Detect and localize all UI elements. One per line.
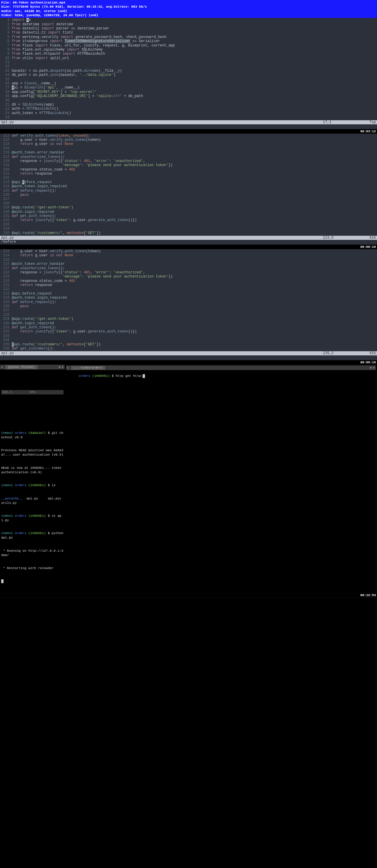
terminal-left-tabbar: ✕ python (Python) ⚙ ≡ — [0, 365, 65, 370]
terminal-split: ✕ python (Python) ⚙ ≡ 331,1 95% (venv) o… — [0, 365, 377, 593]
vim-status-pos: 331,1 — [2, 390, 12, 394]
status-file: api.py — [1, 120, 323, 124]
media-info-video: Video: h264, yuv420p, 1280x720, 24.00 fp… — [1, 13, 376, 17]
statusbar-3: api.py 235,2 61% — [0, 351, 377, 355]
media-info-size: Size: 77273040 bytes (73.69 MiB), durati… — [1, 5, 376, 9]
timestamp-2: 00:06:16 — [0, 245, 377, 249]
status-pct: 61% — [358, 236, 376, 240]
prompt-cmd: $ http get http: — [110, 374, 143, 378]
media-info-file: File: 08-Token Authentication.mp4 — [1, 1, 376, 5]
editor-pane-2[interactable]: 212def verify_auth_token(token, unused):… — [0, 134, 377, 236]
status-pos: 223,6 — [323, 236, 358, 240]
terminal-right[interactable]: ✕ ...-video/orders ⚙ ≡ orders (15605b1) … — [65, 365, 377, 593]
status-pos: 235,2 — [323, 351, 358, 355]
status-pct: 61% — [358, 351, 376, 355]
timestamp-1: 00:03:12 — [0, 129, 377, 134]
menu-icon[interactable]: ≡ — [62, 365, 65, 370]
terminal-left[interactable]: ✕ python (Python) ⚙ ≡ 331,1 95% (venv) o… — [0, 365, 65, 593]
timestamp-3: 00:09:19 — [0, 360, 377, 365]
cmdline-3[interactable] — [0, 355, 377, 360]
cmdline-1[interactable] — [0, 124, 377, 129]
terminal-tab[interactable]: ...-video/orders — [71, 366, 105, 370]
status-file: api.py — [1, 236, 323, 240]
cursor-icon — [1, 579, 3, 583]
gear-icon[interactable]: ⚙ — [370, 366, 373, 370]
cmdline-2[interactable]: /before — [0, 240, 377, 245]
prompt-dir: orders — [79, 374, 92, 378]
cursor-icon — [143, 374, 145, 378]
close-icon[interactable]: ✕ — [0, 365, 4, 370]
editor-pane-3[interactable]: 213 g.user = User.verify_auth_token(toke… — [0, 249, 377, 351]
editor-pane-1[interactable]: 1import os 2from datetime import datetim… — [0, 18, 377, 120]
status-pos: 17,1 — [323, 120, 358, 124]
gear-icon[interactable]: ⚙ — [59, 365, 62, 370]
statusbar-2: api.py 223,6 61% — [0, 236, 377, 240]
status-file: api.py — [1, 351, 323, 355]
vim-status-pct: 95% — [29, 390, 35, 394]
terminal-tab[interactable]: python (Python) — [5, 365, 38, 370]
statusbar-1: api.py 17,1 Top — [0, 120, 377, 124]
close-icon[interactable]: ✕ — [66, 366, 70, 370]
media-info-audio: Audio: aac, 44100 Hz, stereo (und) — [1, 9, 376, 13]
prompt-hash: (15605b1) — [92, 374, 110, 378]
menu-icon[interactable]: ≡ — [373, 366, 376, 370]
status-pct: Top — [358, 120, 376, 124]
media-info-header: File: 08-Token Authentication.mp4 Size: … — [0, 0, 377, 18]
timestamp-4: 00:12:53 — [0, 593, 377, 597]
terminal-right-tabbar: ✕ ...-video/orders ⚙ ≡ — [66, 365, 376, 370]
